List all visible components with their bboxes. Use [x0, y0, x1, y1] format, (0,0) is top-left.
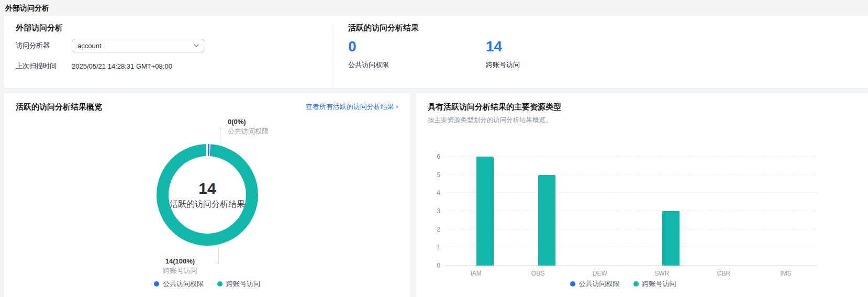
- analyzer-select[interactable]: account: [72, 39, 205, 52]
- legend-dot-blue-icon: [154, 281, 159, 287]
- legend-item-cross-account[interactable]: 跨账号访问: [217, 279, 260, 289]
- bar-category-ims: IMS: [755, 157, 817, 266]
- legend-dot-teal-icon: [633, 281, 639, 287]
- donut-total-label: 活跃的访问分析结果: [170, 199, 245, 210]
- donut-legend: 公共访问权限 跨账号访问: [4, 279, 410, 289]
- y-tick-label: 5: [437, 171, 440, 179]
- legend-label: 公共访问权限: [579, 279, 620, 289]
- legend-dot-blue-icon: [570, 281, 575, 287]
- bar-chart-card: 具有活跃访问分析结果的主要资源类型 按主要资源类型划分的访问分析结果概览。 01…: [416, 93, 868, 297]
- bar-legend: 公共访问权限 跨账号访问: [437, 279, 809, 289]
- y-tick-label: 4: [437, 189, 440, 196]
- bar-card-heading: 具有活跃访问分析结果的主要资源类型: [428, 102, 561, 112]
- page-title: 外部访问分析: [5, 4, 49, 13]
- donut-chart: 14 活跃的访问分析结果: [157, 144, 258, 246]
- callout-leader-line: [220, 128, 226, 128]
- x-tick-label: SWR: [631, 270, 693, 277]
- donut-callout-public-label: 公共访问权限: [228, 127, 269, 136]
- y-tick-label: 0: [437, 262, 440, 269]
- summary-card: 外部访问分析 访问分析器 account 上次扫描时间 2025/05/21 1…: [4, 16, 868, 88]
- stat-cross-account-label: 跨账号访问: [486, 60, 624, 70]
- legend-label: 跨账号访问: [642, 279, 676, 289]
- chevron-right-icon: ›: [396, 103, 398, 111]
- bar-card-subtitle: 按主要资源类型划分的访问分析结果概览。: [428, 116, 561, 125]
- legend-item-cross-account[interactable]: 跨账号访问: [633, 279, 676, 289]
- legend-dot-teal-icon: [217, 281, 222, 287]
- y-tick-label: 1: [437, 244, 440, 251]
- stat-public-access-value: 0: [348, 37, 486, 56]
- donut-center: 14 活跃的访问分析结果: [169, 156, 246, 234]
- stat-cross-account: 14 跨账号访问: [486, 37, 624, 70]
- donut-callout-public: 0(0%) 公共访问权限: [228, 118, 269, 136]
- callout-leader-line: [216, 263, 219, 263]
- donut-callout-cross-account: 14(100%) 跨账号访问: [144, 257, 216, 276]
- bar-category-iam: IAM: [445, 157, 507, 266]
- x-tick-label: OBS: [507, 270, 569, 277]
- chevron-down-icon: [193, 42, 199, 49]
- bar-category-obs: OBS: [507, 157, 569, 266]
- stat-cross-account-value: 14: [486, 37, 624, 56]
- vertical-divider: [332, 24, 333, 87]
- bar-chart-grid: 0123456IAMOBSDEWSWRCBRIMS: [445, 157, 817, 266]
- x-tick-label: CBR: [693, 270, 754, 277]
- donut-callout-cross-account-value: 14(100%): [144, 257, 216, 265]
- y-tick-label: 6: [437, 153, 440, 160]
- donut-card-heading: 活跃的访问分析结果概览: [16, 102, 102, 112]
- bar-swr-series1: [662, 211, 680, 266]
- active-findings-heading: 活跃的访问分析结果: [348, 23, 624, 33]
- bar-obs-series1: [538, 175, 555, 266]
- x-tick-label: IAM: [445, 270, 507, 277]
- last-scan-value: 2025/05/21 14:28:31 GMT+08:00: [72, 62, 172, 70]
- legend-item-public-access[interactable]: 公共访问权限: [570, 279, 620, 289]
- view-all-findings-link-label: 查看所有活跃的访问分析结果: [306, 103, 394, 111]
- donut-total-value: 14: [198, 180, 216, 197]
- bar-category-dew: DEW: [569, 157, 631, 266]
- analyzer-select-value: account: [77, 42, 102, 50]
- donut-chart-card: 活跃的访问分析结果概览 查看所有活跃的访问分析结果› 0(0%) 公共访问权限 …: [4, 93, 410, 297]
- callout-leader-line: [220, 128, 220, 145]
- x-tick-label: IMS: [755, 270, 817, 277]
- y-tick-label: 3: [437, 207, 440, 215]
- last-scan-label: 上次扫描时间: [16, 61, 72, 71]
- legend-item-public-access[interactable]: 公共访问权限: [154, 279, 204, 289]
- callout-leader-line: [218, 247, 219, 263]
- view-all-findings-link[interactable]: 查看所有活跃的访问分析结果›: [306, 102, 398, 112]
- bar-category-cbr: CBR: [693, 157, 754, 266]
- y-tick-label: 2: [437, 226, 440, 233]
- donut-callout-cross-account-label: 跨账号访问: [144, 266, 216, 276]
- stat-public-access-label: 公共访问权限: [348, 60, 486, 70]
- legend-label: 跨账号访问: [226, 279, 260, 289]
- bar-iam-series1: [476, 157, 494, 266]
- analyzer-label: 访问分析器: [16, 41, 72, 50]
- legend-label: 公共访问权限: [163, 279, 204, 289]
- donut-callout-public-value: 0(0%): [228, 118, 269, 126]
- bar-category-swr: SWR: [631, 157, 693, 266]
- stat-public-access: 0 公共访问权限: [348, 37, 486, 70]
- x-tick-label: DEW: [569, 270, 631, 277]
- summary-card-heading: 外部访问分析: [16, 23, 63, 33]
